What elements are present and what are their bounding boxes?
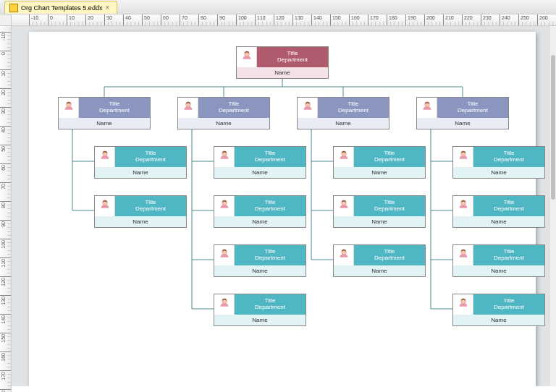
ruler-vertical[interactable]: -100102030405060708090100110120130140150… <box>0 26 12 392</box>
box-department: Department <box>135 157 166 163</box>
avatar-icon <box>453 294 473 315</box>
org-box[interactable]: TitleDepartmentName <box>236 46 329 79</box>
box-department: Department <box>99 108 130 114</box>
box-titles: TitleDepartment <box>235 196 306 216</box>
avatar-icon <box>59 98 79 118</box>
box-titles: TitleDepartment <box>473 196 544 216</box>
box-department: Department <box>374 255 405 262</box>
box-department: Department <box>494 206 524 213</box>
avatar-icon <box>417 98 437 118</box>
avatar-icon <box>95 147 115 167</box>
box-department: Department <box>219 108 249 114</box>
org-box[interactable]: TitleDepartmentName <box>333 244 426 277</box>
tab-filename: Org Chart Templates 5.eddx <box>21 4 102 12</box>
org-box[interactable]: TitleDepartmentName <box>452 195 545 228</box>
document-tab[interactable]: Org Chart Templates 5.eddx × <box>4 1 117 14</box>
org-box[interactable]: TitleDepartmentName <box>452 146 545 179</box>
org-box[interactable]: TitleDepartmentName <box>333 146 426 179</box>
org-box[interactable]: TitleDepartmentName <box>94 146 187 179</box>
box-titles: TitleDepartment <box>235 294 306 315</box>
org-box[interactable]: TitleDepartmentName <box>452 244 545 277</box>
box-titles: TitleDepartment <box>235 147 306 167</box>
box-department: Department <box>374 157 405 163</box>
box-titles: TitleDepartment <box>473 294 544 315</box>
box-titles: TitleDepartment <box>79 98 150 118</box>
box-name: Name <box>214 216 306 227</box>
org-box[interactable]: TitleDepartmentName <box>333 195 426 228</box>
scrollbar-thumb[interactable] <box>551 55 555 200</box>
avatar-icon <box>298 98 318 118</box>
box-name: Name <box>95 216 186 227</box>
box-name: Name <box>453 216 544 227</box>
page[interactable]: TitleDepartmentNameTitleDepartmentNameTi… <box>29 32 536 386</box>
box-titles: TitleDepartment <box>257 47 328 67</box>
avatar-icon <box>95 196 115 216</box>
box-department: Department <box>277 57 308 64</box>
ruler-horizontal[interactable]: -100102030405060708090100110120130140150… <box>12 14 556 26</box>
box-department: Department <box>255 304 285 311</box>
org-box[interactable]: TitleDepartmentName <box>416 97 509 129</box>
scrollbar-vertical[interactable] <box>550 26 556 386</box>
box-titles: TitleDepartment <box>354 196 425 216</box>
ruler-corner <box>0 14 12 26</box>
avatar-icon <box>453 245 473 265</box>
org-box[interactable]: TitleDepartmentName <box>452 294 545 326</box>
org-box[interactable]: TitleDepartmentName <box>177 97 270 129</box>
org-box[interactable]: TitleDepartmentName <box>214 195 306 228</box>
org-box[interactable]: TitleDepartmentName <box>297 97 389 129</box>
box-name: Name <box>334 216 425 227</box>
box-department: Department <box>255 157 285 163</box>
avatar-icon <box>214 245 235 265</box>
box-department: Department <box>494 255 524 262</box>
box-department: Department <box>338 108 368 114</box>
app-window: Org Chart Templates 5.eddx × -1001020304… <box>0 0 556 392</box>
avatar-icon <box>334 196 354 216</box>
box-name: Name <box>453 315 544 325</box>
avatar-icon <box>214 196 235 216</box>
box-name: Name <box>453 167 544 178</box>
box-department: Department <box>255 206 285 213</box>
box-titles: TitleDepartment <box>437 98 508 118</box>
box-department: Department <box>494 304 524 311</box>
box-titles: TitleDepartment <box>473 245 544 265</box>
box-name: Name <box>214 167 306 178</box>
org-box[interactable]: TitleDepartmentName <box>214 244 306 277</box>
box-department: Department <box>255 255 285 262</box>
box-department: Department <box>374 206 405 213</box>
close-icon[interactable]: × <box>105 4 109 12</box>
tab-bar: Org Chart Templates 5.eddx × <box>0 0 556 14</box>
document-icon <box>9 4 18 12</box>
box-department: Department <box>494 157 524 163</box>
avatar-icon <box>178 98 198 118</box>
box-department: Department <box>458 108 488 114</box>
box-titles: TitleDepartment <box>354 147 425 167</box>
box-name: Name <box>417 118 508 129</box>
box-titles: TitleDepartment <box>198 98 269 118</box>
avatar-icon <box>453 196 473 216</box>
box-titles: TitleDepartment <box>354 245 425 265</box>
box-name: Name <box>214 315 306 325</box>
box-titles: TitleDepartment <box>473 147 544 167</box>
box-name: Name <box>178 118 269 129</box>
box-name: Name <box>59 118 150 129</box>
avatar-icon <box>453 147 473 167</box>
box-titles: TitleDepartment <box>235 245 306 265</box>
box-name: Name <box>334 265 425 276</box>
org-box[interactable]: TitleDepartmentName <box>214 146 306 179</box>
box-name: Name <box>298 118 389 129</box>
avatar-icon <box>237 47 257 67</box>
box-titles: TitleDepartment <box>318 98 389 118</box>
avatar-icon <box>334 245 354 265</box>
box-name: Name <box>214 265 306 276</box>
canvas[interactable]: TitleDepartmentNameTitleDepartmentNameTi… <box>12 26 550 386</box>
org-box[interactable]: TitleDepartmentName <box>58 97 151 129</box>
box-titles: TitleDepartment <box>115 147 186 167</box>
box-name: Name <box>334 167 425 178</box>
org-box[interactable]: TitleDepartmentName <box>214 294 306 326</box>
avatar-icon <box>214 294 235 315</box>
box-name: Name <box>95 167 186 178</box>
box-name: Name <box>237 67 328 78</box>
avatar-icon <box>214 147 235 167</box>
avatar-icon <box>334 147 354 167</box>
org-box[interactable]: TitleDepartmentName <box>94 195 187 228</box>
